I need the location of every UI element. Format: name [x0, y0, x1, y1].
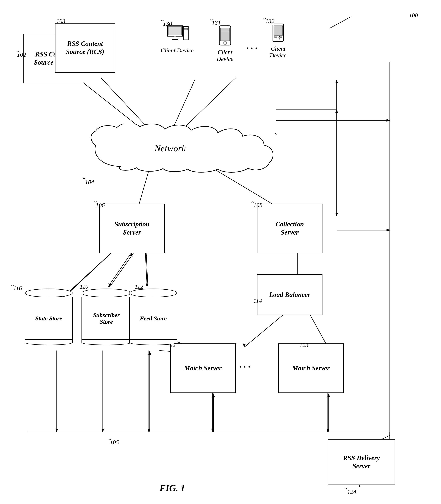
svg-point-93: [277, 38, 279, 40]
ref-124: 124: [347, 489, 356, 495]
subscriber-store-bottom: [81, 340, 131, 345]
svg-line-27: [108, 253, 131, 287]
ref-103: 103: [56, 18, 65, 24]
squiggle-102: ~: [16, 48, 19, 55]
ref-108: 108: [253, 202, 262, 208]
collection-server-box: CollectionServer: [257, 204, 322, 253]
dots-servers: . . .: [239, 359, 250, 370]
ref-104: 104: [85, 179, 94, 186]
svg-rect-78: [168, 27, 182, 35]
diagram: 100 RSS ContentSource (RCS) 102 ~ RSS Co…: [0, 0, 441, 504]
svg-line-35: [245, 311, 287, 347]
subscription-server-label: SubscriptionServer: [114, 220, 150, 236]
svg-rect-89: [221, 30, 229, 30]
rss-delivery-label: RSS DeliveryServer: [343, 454, 380, 470]
feed-store-bottom: [129, 340, 177, 345]
state-store-body: State Store: [25, 297, 73, 340]
svg-line-37: [308, 311, 328, 347]
svg-rect-95: [279, 36, 282, 37]
rcs2-box: RSS ContentSource (RCS): [55, 23, 115, 73]
svg-marker-36: [243, 344, 246, 347]
feed-store-top: [129, 289, 177, 297]
subscriber-store-body: SubscriberStore: [81, 297, 131, 340]
subscriber-store-top: [81, 289, 131, 297]
client-132: Client Device: [262, 23, 294, 59]
cloud-svg: Network: [85, 124, 280, 174]
rcs2-label: RSS ContentSource (RCS): [66, 40, 104, 56]
client-130-label: Client Device: [161, 47, 194, 54]
squiggle-106: ~: [94, 199, 97, 205]
svg-point-85: [224, 42, 226, 44]
ref-131: 131: [212, 19, 221, 26]
squiggle-116: ~: [11, 282, 14, 289]
ref-100: 100: [409, 12, 418, 19]
squiggle-104: ~: [83, 175, 86, 182]
svg-rect-80: [172, 40, 178, 41]
client-131: Client Device: [209, 25, 241, 62]
match-server1-label: Match Server: [184, 364, 222, 372]
svg-marker-15: [335, 80, 338, 83]
match-server2-box: Match Server: [278, 343, 344, 393]
squiggle-108: ~: [251, 199, 254, 205]
dots-clients: . . .: [246, 41, 257, 51]
ref-114: 114: [253, 297, 262, 304]
client-131-label: Client Device: [209, 49, 241, 62]
computer-icon: [166, 25, 189, 46]
load-balancer-label: Load Balancer: [269, 291, 310, 299]
svg-line-0: [330, 17, 351, 28]
svg-rect-88: [221, 29, 229, 29]
svg-rect-92: [274, 26, 283, 35]
svg-rect-79: [174, 36, 176, 40]
feed-store-cylinder: Feed Store: [129, 287, 177, 347]
squiggle-131: ~: [210, 17, 213, 23]
squiggle-105: ~: [108, 436, 111, 443]
phone-icon: [218, 25, 232, 48]
subscriber-store-cylinder: SubscriberStore: [81, 287, 131, 347]
state-store-cylinder: State Store: [25, 287, 73, 347]
ref-106: 106: [96, 202, 105, 208]
fig-caption: FIG. 1: [159, 483, 185, 493]
state-store-bottom: [25, 340, 73, 345]
state-store-top: [25, 289, 73, 297]
ref-116: 116: [13, 285, 22, 292]
ref-105: 105: [110, 439, 119, 446]
match-server2-label: Match Server: [292, 364, 330, 372]
client-132-label: Client Device: [262, 45, 294, 59]
match-server1-box: Match Server: [170, 343, 236, 393]
svg-line-25: [110, 251, 135, 287]
svg-rect-82: [184, 28, 188, 30]
svg-marker-32: [144, 253, 147, 256]
squiggle-132: ~: [263, 15, 267, 22]
collection-server-label: CollectionServer: [276, 220, 304, 236]
network-cloud: Network: [85, 124, 280, 174]
squiggle-130: ~: [161, 17, 164, 24]
ref-123: 123: [299, 342, 308, 348]
svg-text:Network: Network: [154, 143, 186, 153]
client-130: Client Device: [159, 25, 195, 54]
pda-icon: [272, 23, 284, 44]
load-balancer-box: Load Balancer: [257, 274, 322, 315]
ref-132: 132: [266, 18, 274, 24]
feed-store-body: Feed Store: [129, 297, 177, 340]
svg-rect-90: [221, 31, 229, 31]
squiggle-124: ~: [345, 485, 348, 492]
svg-rect-94: [274, 36, 277, 37]
subscription-server-box: SubscriptionServer: [99, 204, 165, 253]
ref-130: 130: [163, 20, 172, 27]
rss-delivery-box: RSS DeliveryServer: [328, 439, 395, 485]
ref-110: 110: [80, 283, 88, 290]
